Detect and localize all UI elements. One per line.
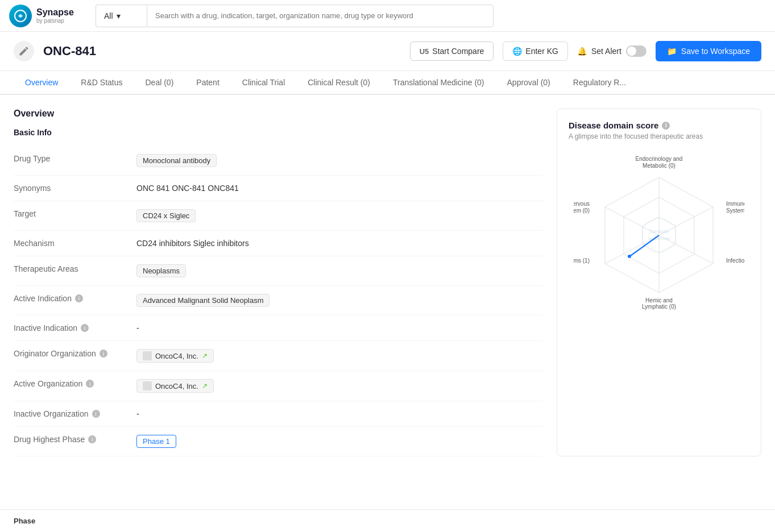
- save-to-workspace-button[interactable]: 📁 Save to Workspace: [656, 41, 761, 61]
- org-growth-icon: ↗: [202, 382, 208, 390]
- dropdown-value: All: [104, 11, 113, 20]
- info-tooltip-icon[interactable]: i: [86, 380, 94, 388]
- info-row: Active IndicationiAdvanced Malignant Sol…: [14, 286, 543, 315]
- svg-text:Endocrinology and: Endocrinology and: [636, 156, 683, 162]
- info-row: TargetCD24 x Siglec: [14, 201, 543, 231]
- info-label: Target: [14, 209, 127, 218]
- info-row: Originator OrganizationiOncoC4, Inc.↗: [14, 341, 543, 371]
- start-compare-button[interactable]: U5 Start Compare: [410, 41, 494, 61]
- svg-point-25: [628, 255, 631, 258]
- svg-text:Hemic and: Hemic and: [645, 297, 673, 304]
- radar-chart: Endocrinology and Metabolic (0) Immune S…: [569, 152, 749, 311]
- chevron-down-icon: ▾: [117, 11, 121, 20]
- info-label: Drug Type: [14, 154, 127, 163]
- svg-text:Lymphatic (0): Lymphatic (0): [642, 304, 676, 310]
- compare-label: Start Compare: [432, 47, 484, 56]
- info-label: Drug Highest Phasei: [14, 435, 127, 444]
- tab-translational-medicine--0-[interactable]: Translational Medicine (0): [382, 71, 496, 95]
- info-value: -: [136, 323, 543, 332]
- toggle-knob: [627, 47, 636, 56]
- logo-subtitle: by patsnap: [36, 18, 74, 24]
- info-value: ONC 841 ONC-841 ONC841: [136, 184, 543, 193]
- domain-info-icon[interactable]: i: [662, 122, 670, 130]
- info-label: Active Indicationi: [14, 294, 127, 303]
- tab-regulatory-r---[interactable]: Regulatory R...: [562, 71, 637, 95]
- info-label: Mechanism: [14, 239, 127, 248]
- info-row: Inactive Organizationi-: [14, 401, 543, 427]
- value-tag-blue: Phase 1: [136, 435, 176, 448]
- logo-text: Synapse by patsnap: [36, 7, 74, 24]
- org-name: OncoC4, Inc.: [155, 382, 198, 390]
- info-label: Originator Organizationi: [14, 349, 127, 358]
- svg-text:Immune: Immune: [726, 201, 744, 207]
- search-type-dropdown[interactable]: All ▾: [96, 5, 147, 27]
- drug-icon: [14, 41, 34, 61]
- drug-name: ONC-841: [43, 44, 96, 59]
- top-nav: Synapse by patsnap All ▾: [0, 0, 775, 32]
- org-logo: [143, 351, 152, 360]
- info-value: Monoclonal antibody: [136, 154, 543, 167]
- kg-label: Enter KG: [525, 47, 558, 56]
- info-value: OncoC4, Inc.↗: [136, 379, 543, 393]
- info-value: Phase 1: [136, 435, 543, 448]
- save-icon: 📁: [667, 47, 677, 56]
- info-row: Inactive Indicationi-: [14, 315, 543, 341]
- svg-text:Synapse: Synapse: [649, 228, 669, 234]
- svg-text:Neoplasms (1): Neoplasms (1): [574, 257, 590, 264]
- info-value: Neoplasms: [136, 264, 543, 277]
- info-tooltip-icon[interactable]: i: [88, 435, 96, 443]
- tab-overview[interactable]: Overview: [14, 71, 69, 95]
- header-actions: U5 Start Compare 🌐 Enter KG 🔔 Set Alert …: [410, 41, 761, 61]
- set-alert-area: 🔔 Set Alert: [577, 45, 646, 57]
- info-label: Therapeutic Areas: [14, 264, 127, 273]
- alert-label: Set Alert: [591, 47, 621, 56]
- alert-toggle[interactable]: [626, 45, 646, 57]
- content-area: Overview Basic Info Drug TypeMonoclonal …: [0, 95, 775, 470]
- drug-header: ONC-841 U5 Start Compare 🌐 Enter KG 🔔 Se…: [0, 32, 775, 71]
- domain-subtitle: A glimpse into the focused therapeutic a…: [569, 132, 749, 140]
- svg-text:Infectious (0): Infectious (0): [726, 257, 744, 264]
- info-label: Synonyms: [14, 184, 127, 193]
- info-value: OncoC4, Inc.↗: [136, 349, 543, 363]
- tabs-bar: OverviewR&D StatusDeal (0)PatentClinical…: [0, 71, 775, 95]
- info-row: SynonymsONC 841 ONC-841 ONC841: [14, 176, 543, 201]
- tab-clinical-result--0-[interactable]: Clinical Result (0): [296, 71, 382, 95]
- info-value: CD24 x Siglec: [136, 209, 543, 222]
- svg-text:Nervous: Nervous: [574, 201, 590, 207]
- basic-info-title: Basic Info: [14, 128, 543, 137]
- svg-text:Metabolic (0): Metabolic (0): [643, 163, 675, 169]
- tab-approval--0-[interactable]: Approval (0): [496, 71, 562, 95]
- org-tag[interactable]: OncoC4, Inc.↗: [136, 349, 214, 363]
- tab-deal--0-[interactable]: Deal (0): [134, 71, 185, 95]
- value-tag: Neoplasms: [136, 264, 186, 277]
- logo-icon: [9, 5, 32, 27]
- tab-patent[interactable]: Patent: [185, 71, 230, 95]
- info-label: Inactive Indicationi: [14, 323, 127, 332]
- kg-icon: 🌐: [512, 47, 522, 56]
- info-tooltip-icon[interactable]: i: [92, 410, 100, 418]
- tab-clinical-trial[interactable]: Clinical Trial: [231, 71, 296, 95]
- disease-domain-card: Disease domain score i A glimpse into th…: [557, 109, 761, 456]
- info-tooltip-icon[interactable]: i: [100, 350, 107, 358]
- info-value: Advanced Malignant Solid Neoplasm: [136, 294, 543, 307]
- info-label: Inactive Organizationi: [14, 409, 127, 418]
- search-input[interactable]: [147, 5, 494, 27]
- info-row: Active OrganizationiOncoC4, Inc.↗: [14, 371, 543, 401]
- alert-icon: 🔔: [577, 47, 587, 56]
- org-growth-icon: ↗: [202, 352, 208, 360]
- info-tooltip-icon[interactable]: i: [75, 294, 83, 302]
- tab-r-d-status[interactable]: R&D Status: [69, 71, 134, 95]
- org-tag[interactable]: OncoC4, Inc.↗: [136, 379, 214, 393]
- search-container: All ▾: [96, 5, 494, 27]
- value-tag: CD24 x Siglec: [136, 209, 196, 222]
- enter-kg-button[interactable]: 🌐 Enter KG: [503, 41, 568, 61]
- value-tag: Advanced Malignant Solid Neoplasm: [136, 294, 270, 307]
- value-tag: Monoclonal antibody: [136, 154, 217, 167]
- info-row: Drug Highest PhaseiPhase 1: [14, 427, 543, 456]
- domain-title: Disease domain score i: [569, 120, 749, 130]
- logo-title: Synapse: [36, 7, 74, 18]
- main-info: Overview Basic Info Drug TypeMonoclonal …: [14, 109, 543, 456]
- org-name: OncoC4, Inc.: [155, 352, 198, 360]
- info-tooltip-icon[interactable]: i: [81, 324, 89, 332]
- svg-text:System (0): System (0): [726, 207, 744, 214]
